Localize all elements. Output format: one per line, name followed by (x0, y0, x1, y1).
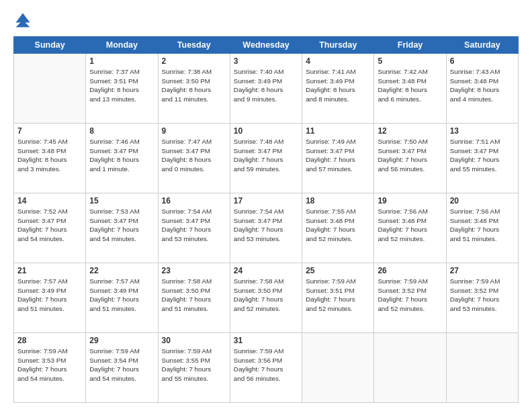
cell-info: Sunrise: 7:48 AMSunset: 3:47 PMDaylight:… (234, 137, 298, 174)
calendar-cell: 23Sunrise: 7:58 AMSunset: 3:50 PMDayligh… (158, 263, 230, 333)
calendar-cell: 4Sunrise: 7:41 AMSunset: 3:49 PMDaylight… (302, 54, 374, 124)
day-number: 9 (162, 126, 226, 136)
day-number: 24 (234, 266, 298, 275)
day-number: 5 (378, 56, 442, 66)
calendar-cell: 5Sunrise: 7:42 AMSunset: 3:48 PMDaylight… (374, 54, 446, 124)
day-header-sunday: Sunday (14, 37, 86, 54)
week-row-4: 28Sunrise: 7:59 AMSunset: 3:53 PMDayligh… (14, 333, 519, 403)
calendar-table: SundayMondayTuesdayWednesdayThursdayFrid… (13, 36, 519, 403)
day-number: 3 (234, 56, 298, 66)
day-number: 1 (89, 56, 154, 66)
cell-info: Sunrise: 7:43 AMSunset: 3:48 PMDaylight:… (450, 67, 515, 104)
day-number: 4 (306, 56, 370, 66)
calendar-cell: 29Sunrise: 7:59 AMSunset: 3:54 PMDayligh… (86, 333, 158, 403)
day-number: 20 (450, 196, 515, 205)
calendar-cell: 26Sunrise: 7:59 AMSunset: 3:52 PMDayligh… (374, 263, 446, 333)
week-row-1: 7Sunrise: 7:45 AMSunset: 3:48 PMDaylight… (14, 124, 519, 193)
cell-info: Sunrise: 7:40 AMSunset: 3:49 PMDaylight:… (234, 67, 298, 104)
calendar-cell: 7Sunrise: 7:45 AMSunset: 3:48 PMDaylight… (14, 124, 86, 193)
calendar-cell: 17Sunrise: 7:54 AMSunset: 3:47 PMDayligh… (230, 193, 302, 263)
day-header-wednesday: Wednesday (230, 37, 302, 54)
week-row-3: 21Sunrise: 7:57 AMSunset: 3:49 PMDayligh… (14, 263, 519, 333)
calendar-cell: 14Sunrise: 7:52 AMSunset: 3:47 PMDayligh… (14, 193, 86, 263)
cell-info: Sunrise: 7:55 AMSunset: 3:48 PMDaylight:… (306, 207, 370, 244)
day-number: 8 (89, 126, 154, 136)
calendar-cell (302, 333, 374, 403)
calendar-cell: 24Sunrise: 7:58 AMSunset: 3:50 PMDayligh… (230, 263, 302, 333)
day-number: 11 (306, 126, 370, 136)
day-number: 18 (306, 196, 370, 205)
calendar-cell: 27Sunrise: 7:59 AMSunset: 3:52 PMDayligh… (446, 263, 518, 333)
day-number: 13 (450, 126, 515, 136)
day-header-monday: Monday (86, 37, 158, 54)
cell-info: Sunrise: 7:41 AMSunset: 3:49 PMDaylight:… (306, 67, 370, 104)
day-number: 30 (162, 336, 226, 345)
calendar-cell (374, 333, 446, 403)
cell-info: Sunrise: 7:57 AMSunset: 3:49 PMDaylight:… (17, 277, 82, 314)
cell-info: Sunrise: 7:42 AMSunset: 3:48 PMDaylight:… (378, 67, 442, 104)
day-header-saturday: Saturday (446, 37, 518, 54)
calendar-cell: 31Sunrise: 7:59 AMSunset: 3:56 PMDayligh… (230, 333, 302, 403)
day-number: 21 (17, 266, 82, 275)
day-number: 29 (89, 336, 154, 345)
calendar-cell: 19Sunrise: 7:56 AMSunset: 3:48 PMDayligh… (374, 193, 446, 263)
cell-info: Sunrise: 7:53 AMSunset: 3:47 PMDaylight:… (89, 207, 154, 244)
day-number: 7 (17, 126, 82, 136)
day-number: 16 (162, 196, 226, 205)
calendar-cell: 22Sunrise: 7:57 AMSunset: 3:49 PMDayligh… (86, 263, 158, 333)
cell-info: Sunrise: 7:59 AMSunset: 3:53 PMDaylight:… (17, 347, 82, 383)
cell-info: Sunrise: 7:59 AMSunset: 3:52 PMDaylight:… (378, 277, 442, 314)
cell-info: Sunrise: 7:56 AMSunset: 3:48 PMDaylight:… (378, 207, 442, 244)
day-number: 26 (378, 266, 442, 275)
cell-info: Sunrise: 7:50 AMSunset: 3:47 PMDaylight:… (378, 137, 442, 174)
day-number: 25 (306, 266, 370, 275)
calendar-cell: 11Sunrise: 7:49 AMSunset: 3:47 PMDayligh… (302, 124, 374, 193)
cell-info: Sunrise: 7:52 AMSunset: 3:47 PMDaylight:… (17, 207, 82, 244)
calendar-cell: 18Sunrise: 7:55 AMSunset: 3:48 PMDayligh… (302, 193, 374, 263)
calendar-cell: 8Sunrise: 7:46 AMSunset: 3:47 PMDaylight… (86, 124, 158, 193)
day-header-friday: Friday (374, 37, 446, 54)
day-number: 15 (89, 196, 154, 205)
calendar-cell: 28Sunrise: 7:59 AMSunset: 3:53 PMDayligh… (14, 333, 86, 403)
header (13, 11, 519, 30)
day-number: 14 (17, 196, 82, 205)
calendar-header-row: SundayMondayTuesdayWednesdayThursdayFrid… (14, 37, 519, 54)
cell-info: Sunrise: 7:59 AMSunset: 3:52 PMDaylight:… (450, 277, 515, 314)
cell-info: Sunrise: 7:37 AMSunset: 3:51 PMDaylight:… (89, 67, 154, 104)
day-header-tuesday: Tuesday (158, 37, 230, 54)
day-number: 27 (450, 266, 515, 275)
cell-info: Sunrise: 7:57 AMSunset: 3:49 PMDaylight:… (89, 277, 154, 314)
cell-info: Sunrise: 7:54 AMSunset: 3:47 PMDaylight:… (234, 207, 298, 244)
calendar-cell: 6Sunrise: 7:43 AMSunset: 3:48 PMDaylight… (446, 54, 518, 124)
cell-info: Sunrise: 7:58 AMSunset: 3:50 PMDaylight:… (234, 277, 298, 314)
cell-info: Sunrise: 7:59 AMSunset: 3:51 PMDaylight:… (306, 277, 370, 314)
calendar-cell: 16Sunrise: 7:54 AMSunset: 3:47 PMDayligh… (158, 193, 230, 263)
calendar-cell: 20Sunrise: 7:56 AMSunset: 3:48 PMDayligh… (446, 193, 518, 263)
day-header-thursday: Thursday (302, 37, 374, 54)
calendar-cell: 1Sunrise: 7:37 AMSunset: 3:51 PMDaylight… (86, 54, 158, 124)
day-number: 12 (378, 126, 442, 136)
page: SundayMondayTuesdayWednesdayThursdayFrid… (0, 0, 532, 411)
cell-info: Sunrise: 7:45 AMSunset: 3:48 PMDaylight:… (17, 137, 82, 174)
cell-info: Sunrise: 7:56 AMSunset: 3:48 PMDaylight:… (450, 207, 515, 244)
cell-info: Sunrise: 7:59 AMSunset: 3:54 PMDaylight:… (89, 347, 154, 383)
week-row-0: 1Sunrise: 7:37 AMSunset: 3:51 PMDaylight… (14, 54, 519, 124)
calendar-cell (446, 333, 518, 403)
week-row-2: 14Sunrise: 7:52 AMSunset: 3:47 PMDayligh… (14, 193, 519, 263)
cell-info: Sunrise: 7:51 AMSunset: 3:47 PMDaylight:… (450, 137, 515, 174)
calendar-cell: 12Sunrise: 7:50 AMSunset: 3:47 PMDayligh… (374, 124, 446, 193)
logo (13, 11, 35, 30)
calendar-cell: 21Sunrise: 7:57 AMSunset: 3:49 PMDayligh… (14, 263, 86, 333)
calendar-cell (14, 54, 86, 124)
cell-info: Sunrise: 7:38 AMSunset: 3:50 PMDaylight:… (162, 67, 226, 104)
cell-info: Sunrise: 7:59 AMSunset: 3:56 PMDaylight:… (234, 347, 298, 383)
calendar-cell: 2Sunrise: 7:38 AMSunset: 3:50 PMDaylight… (158, 54, 230, 124)
calendar-cell: 13Sunrise: 7:51 AMSunset: 3:47 PMDayligh… (446, 124, 518, 193)
day-number: 31 (234, 336, 298, 345)
cell-info: Sunrise: 7:58 AMSunset: 3:50 PMDaylight:… (162, 277, 226, 314)
cell-info: Sunrise: 7:46 AMSunset: 3:47 PMDaylight:… (89, 137, 154, 174)
day-number: 2 (162, 56, 226, 66)
logo-icon (13, 11, 32, 30)
calendar-cell: 15Sunrise: 7:53 AMSunset: 3:47 PMDayligh… (86, 193, 158, 263)
day-number: 23 (162, 266, 226, 275)
